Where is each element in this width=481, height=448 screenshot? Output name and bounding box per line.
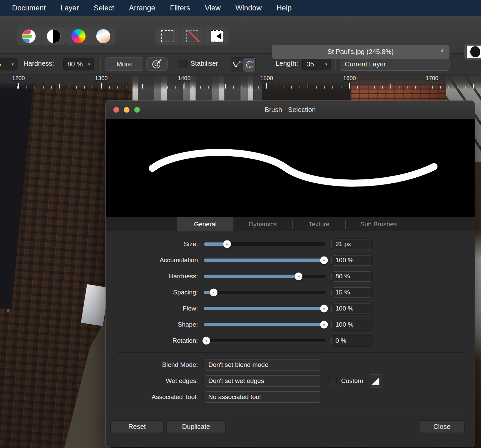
- gradient-button[interactable]: [91, 27, 115, 45]
- slider-label: Hardness:: [106, 273, 198, 280]
- close-button[interactable]: Close: [419, 421, 465, 433]
- slider-value-field[interactable]: 0 %: [331, 336, 372, 346]
- traffic-lights: [113, 107, 140, 113]
- reset-button[interactable]: Reset: [111, 421, 163, 433]
- document-tab[interactable]: St Paul's.jpg (245.8%) *: [272, 45, 449, 59]
- more-button[interactable]: More: [105, 57, 143, 71]
- layer-target-dropdown[interactable]: Current Layer: [340, 57, 449, 71]
- slider-thumb[interactable]: [210, 289, 217, 296]
- slider-value-field[interactable]: 15 %: [331, 287, 372, 298]
- width-unit-dropdown[interactable]: % ▾: [0, 58, 17, 70]
- marquee-intersect-icon: [211, 30, 223, 42]
- brush-target-button[interactable]: [146, 57, 168, 71]
- rope-stabiliser-button[interactable]: [231, 58, 243, 72]
- window-stabiliser-button[interactable]: [243, 58, 255, 72]
- tab-sub-brushes[interactable]: Sub Brushes: [346, 217, 411, 231]
- caret-down-icon: ▾: [83, 62, 90, 67]
- divider: [117, 409, 463, 409]
- associated-tool-dropdown[interactable]: No associated tool: [204, 391, 321, 403]
- menu-item[interactable]: Document: [12, 4, 46, 12]
- selection-subtract-button[interactable]: [180, 27, 204, 45]
- slider-value-field[interactable]: 100 %: [331, 255, 372, 266]
- menu-item[interactable]: Window: [235, 4, 262, 12]
- wet-edges-label: Wet edges:: [106, 377, 198, 385]
- slider-row: Accumulation 100 %: [106, 252, 475, 268]
- slider-track[interactable]: [204, 275, 325, 278]
- menu-item[interactable]: Help: [276, 4, 291, 12]
- dialog-title: Brush - Selection: [265, 106, 316, 114]
- slider-thumb[interactable]: [295, 273, 303, 280]
- duplicate-button[interactable]: Duplicate: [167, 421, 225, 433]
- tab-general[interactable]: General: [177, 217, 233, 231]
- menu-item[interactable]: Select: [94, 4, 114, 12]
- ruler-number: 1700: [426, 75, 438, 82]
- wet-edges-value: Don't set wet edges: [208, 377, 264, 385]
- slider-thumb[interactable]: [320, 321, 328, 329]
- menu-item[interactable]: View: [205, 4, 221, 12]
- menu-item[interactable]: Arrange: [129, 4, 155, 12]
- ruler-major-tick: [266, 83, 267, 89]
- wet-edges-row: Wet edges: Don't set wet edges Custom: [106, 373, 475, 389]
- slider-thumb[interactable]: [320, 257, 328, 264]
- tab-texture[interactable]: Texture: [292, 217, 345, 231]
- slider-row: Rotation: 0 %: [106, 333, 475, 349]
- close-window-button[interactable]: [113, 107, 119, 113]
- slider-label: Shape:: [106, 321, 198, 328]
- tab-dynamics[interactable]: Dynamics: [233, 217, 292, 231]
- custom-controls: Custom: [328, 374, 382, 388]
- black-white-adjust-button[interactable]: [42, 27, 66, 45]
- caret-down-icon: ▾: [320, 62, 327, 67]
- custom-checkbox[interactable]: [328, 377, 337, 385]
- zoom-window-button[interactable]: [134, 107, 140, 113]
- custom-curve-button[interactable]: [369, 374, 382, 388]
- slider-track[interactable]: [204, 242, 325, 246]
- slider-value: 100 %: [335, 321, 354, 328]
- stabiliser-checkbox[interactable]: [179, 60, 188, 68]
- brush-stroke-preview: [106, 119, 475, 217]
- slider-track[interactable]: [204, 339, 325, 342]
- color-wheel-icon: [71, 29, 86, 43]
- black-white-icon: [47, 29, 61, 43]
- color-wheel-button[interactable]: [66, 27, 91, 45]
- selection-new-button[interactable]: [155, 27, 179, 45]
- slider-label: Rotation:: [106, 337, 198, 344]
- horizontal-ruler[interactable]: 1200 1300 1400 1500 1600: [0, 74, 481, 89]
- slider-value-field[interactable]: 80 %: [331, 271, 372, 282]
- selection-intersect-button[interactable]: [205, 27, 229, 45]
- brush-tip-button[interactable]: [464, 44, 481, 60]
- channels-button[interactable]: [17, 27, 41, 45]
- slider-label: Spacing:: [106, 289, 198, 296]
- blend-mode-dropdown[interactable]: Don't set blend mode: [204, 359, 321, 371]
- slider-track[interactable]: [204, 307, 325, 310]
- caret-down-icon: ▾: [7, 62, 14, 67]
- stroke-preview-curve: [106, 119, 475, 217]
- hardness-dropdown[interactable]: 80 % ▾: [63, 58, 94, 70]
- slider-list: Size: 21 px Accumulation: [106, 236, 475, 349]
- slider-value-field[interactable]: 100 %: [331, 320, 372, 330]
- length-dropdown[interactable]: 35 ▾: [302, 58, 331, 70]
- slider-thumb[interactable]: [203, 337, 210, 345]
- slider-label: Flow:: [106, 305, 198, 312]
- slider-track[interactable]: [204, 291, 325, 294]
- blend-mode-label: Blend Mode:: [106, 361, 198, 369]
- separator: [335, 58, 336, 70]
- minimize-window-button[interactable]: [124, 107, 129, 113]
- layer-target-value: Current Layer: [345, 60, 386, 68]
- slider-label: Accumulation: [106, 257, 198, 264]
- menu-item[interactable]: Filters: [170, 4, 190, 12]
- selection-mode-group: [155, 27, 229, 45]
- slider-value: 80 %: [335, 273, 350, 280]
- menu-item[interactable]: Layer: [60, 4, 79, 12]
- document-title: St Paul's.jpg (245.8%): [327, 48, 393, 56]
- slider-thumb[interactable]: [223, 240, 231, 248]
- slider-track[interactable]: [204, 323, 325, 326]
- wet-edges-dropdown[interactable]: Don't set wet edges: [204, 375, 321, 387]
- stabiliser-mode-group: [231, 57, 256, 72]
- slider-value-field[interactable]: 21 px: [331, 239, 372, 249]
- slider-thumb[interactable]: [320, 305, 328, 313]
- slider-value-field[interactable]: 100 %: [331, 303, 372, 314]
- separator: [176, 58, 176, 70]
- slider-track[interactable]: [204, 259, 325, 262]
- slider-row: Hardness: 80 %: [106, 268, 475, 284]
- dialog-titlebar[interactable]: Brush - Selection: [106, 101, 475, 119]
